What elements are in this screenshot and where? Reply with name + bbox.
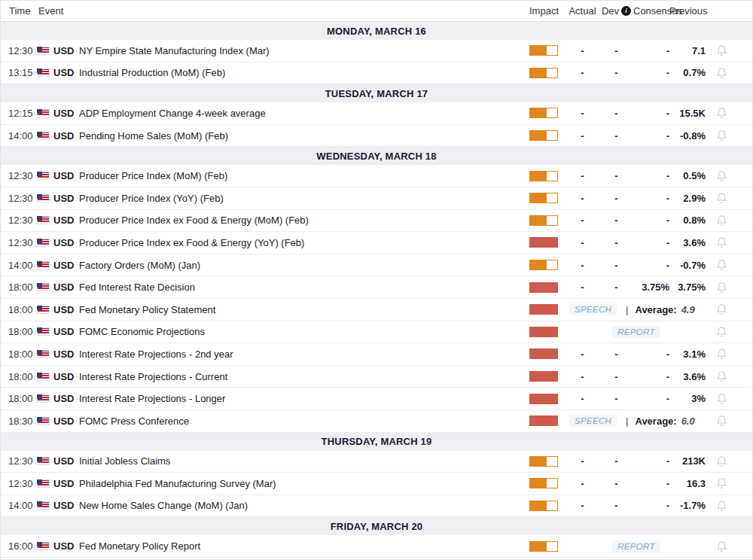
report-badge[interactable]: REPORT [612, 326, 660, 338]
notification-bell-icon[interactable] [716, 236, 727, 248]
event-currency: USD [52, 170, 77, 181]
notification-bell-icon[interactable] [716, 370, 727, 382]
notification-bell-icon[interactable] [716, 215, 727, 227]
event-name[interactable]: Initial Jobless Claims [77, 455, 524, 467]
notification-bell-icon[interactable] [716, 415, 727, 427]
flag-cell [35, 373, 52, 381]
event-name[interactable]: FOMC Press Conference [77, 415, 524, 427]
event-row[interactable]: 12:30 USD Initial Jobless Claims - - - 2… [1, 451, 752, 473]
notification-bell-icon[interactable] [716, 129, 727, 142]
bell-cell [707, 259, 736, 271]
event-name[interactable]: ADP Employment Change 4-week average [77, 108, 524, 119]
notification-bell-icon[interactable] [716, 455, 727, 467]
event-name[interactable]: Pending Home Sales (MoM) (Feb) [77, 130, 524, 142]
notification-bell-icon[interactable] [716, 67, 727, 79]
event-row[interactable]: 18:00 USD Interest Rate Projections - Lo… [1, 388, 752, 410]
event-row[interactable]: 18:00 USD Fed Monetary Policy Statement … [1, 299, 752, 321]
notification-bell-icon[interactable] [716, 170, 727, 182]
consensus-value: - [633, 371, 669, 382]
event-name[interactable]: Interest Rate Projections - 2nd year [77, 348, 524, 360]
notification-bell-icon[interactable] [716, 326, 727, 338]
event-currency: USD [52, 478, 77, 489]
event-currency: USD [52, 260, 77, 271]
event-row[interactable]: 12:30 USD NY Empire State Manufacturing … [1, 40, 752, 62]
notification-bell-icon[interactable] [716, 500, 727, 512]
event-name[interactable]: Fed Monetary Policy Report [77, 540, 524, 552]
notification-bell-icon[interactable] [716, 192, 727, 204]
event-currency: USD [52, 108, 77, 119]
event-name[interactable]: Industrial Production (MoM) (Feb) [77, 67, 524, 78]
event-name[interactable]: Interest Rate Projections - Current [77, 371, 524, 382]
notification-bell-icon[interactable] [716, 303, 727, 315]
notification-bell-icon[interactable] [716, 393, 727, 405]
event-row[interactable]: 12:30 USD Producer Price Index ex Food &… [1, 210, 752, 233]
event-name[interactable]: NY Empire State Manufacturing Index (Mar… [77, 45, 524, 56]
info-icon[interactable]: i [621, 6, 631, 16]
event-name[interactable]: FOMC Economic Projections [77, 326, 524, 337]
event-row[interactable]: 12:30 USD Producer Price Index ex Food &… [1, 232, 752, 254]
notification-bell-icon[interactable] [716, 348, 727, 360]
previous-value: -0.7% [669, 260, 707, 271]
event-name[interactable]: Interest Rate Projections - Longer [77, 393, 524, 404]
event-time: 12:30 [1, 215, 35, 226]
event-name[interactable]: Producer Price Index (MoM) (Feb) [77, 170, 524, 181]
event-time: 16:00 [1, 540, 35, 552]
notification-bell-icon[interactable] [716, 107, 727, 119]
event-row[interactable]: 12:30 USD Producer Price Index (YoY) (Fe… [1, 187, 752, 210]
event-row[interactable]: 18:00 USD FOMC Economic Projections REPO… [1, 321, 752, 344]
us-flag-icon [37, 542, 50, 550]
impact-indicator [529, 327, 558, 337]
impact-cell [524, 478, 566, 488]
event-currency: USD [52, 455, 77, 467]
actual-value: - [566, 371, 599, 382]
event-row[interactable]: 13:15 USD Industrial Production (MoM) (F… [1, 62, 752, 85]
deviation-value: - [599, 67, 633, 78]
event-row[interactable]: 12:30 USD Producer Price Index (MoM) (Fe… [1, 165, 752, 187]
event-name[interactable]: Producer Price Index (YoY) (Feb) [77, 193, 524, 204]
deviation-value: - [599, 215, 633, 226]
consensus-value: - [633, 45, 669, 56]
event-currency: USD [52, 304, 77, 315]
event-name[interactable]: New Home Sales Change (MoM) (Jan) [77, 500, 524, 511]
consensus-value: - [633, 478, 669, 489]
event-name[interactable]: Factory Orders (MoM) (Jan) [77, 260, 524, 271]
actual-value: - [566, 215, 599, 226]
impact-fill [530, 327, 557, 336]
event-row[interactable]: 14:00 USD Factory Orders (MoM) (Jan) - -… [1, 254, 752, 277]
impact-fill [530, 501, 547, 510]
impact-cell [524, 282, 566, 293]
event-row[interactable]: 14:00 USD Pending Home Sales (MoM) (Feb)… [1, 125, 752, 148]
previous-value: 0.8% [669, 215, 707, 226]
event-name[interactable]: Philadelphia Fed Manufacturing Survey (M… [77, 478, 524, 489]
impact-cell [524, 304, 566, 315]
us-flag-icon [37, 239, 50, 247]
speech-badge[interactable]: SPEECH [569, 303, 617, 315]
event-row[interactable]: 16:00 USD Fed Monetary Policy Report REP… [1, 535, 752, 558]
event-row[interactable]: 18:30 USD FOMC Press Conference SPEECH |… [1, 410, 752, 433]
event-row[interactable]: 12:15 USD ADP Employment Change 4-week a… [1, 102, 752, 125]
event-name[interactable]: Fed Interest Rate Decision [77, 282, 524, 293]
notification-bell-icon[interactable] [716, 477, 727, 489]
event-row[interactable]: 18:00 USD Interest Rate Projections - Cu… [1, 366, 752, 388]
speech-badge[interactable]: SPEECH [569, 415, 617, 427]
event-row[interactable]: 12:30 USD Philadelphia Fed Manufacturing… [1, 473, 752, 495]
values-area: - - - 0.5% [566, 170, 707, 181]
actual-value: - [566, 45, 599, 56]
deviation-value: - [599, 193, 633, 204]
event-name[interactable]: Fed Monetary Policy Statement [77, 304, 524, 315]
previous-value: 2.9% [669, 193, 707, 204]
notification-bell-icon[interactable] [716, 44, 727, 56]
event-row[interactable]: 14:00 USD New Home Sales Change (MoM) (J… [1, 495, 752, 518]
report-badge[interactable]: REPORT [612, 540, 660, 552]
notification-bell-icon[interactable] [716, 540, 727, 552]
event-name[interactable]: Producer Price Index ex Food & Energy (Y… [77, 237, 524, 248]
previous-value: 15.5K [669, 108, 707, 119]
impact-fill [530, 349, 557, 358]
previous-value: 0.7% [669, 67, 707, 78]
event-row[interactable]: 18:00 USD Interest Rate Projections - 2n… [1, 343, 752, 366]
event-name[interactable]: Producer Price Index ex Food & Energy (M… [77, 215, 524, 226]
notification-bell-icon[interactable] [716, 282, 727, 294]
notification-bell-icon[interactable] [716, 259, 727, 271]
deviation-value: - [599, 455, 633, 467]
event-row[interactable]: 18:00 USD Fed Interest Rate Decision - -… [1, 276, 752, 299]
